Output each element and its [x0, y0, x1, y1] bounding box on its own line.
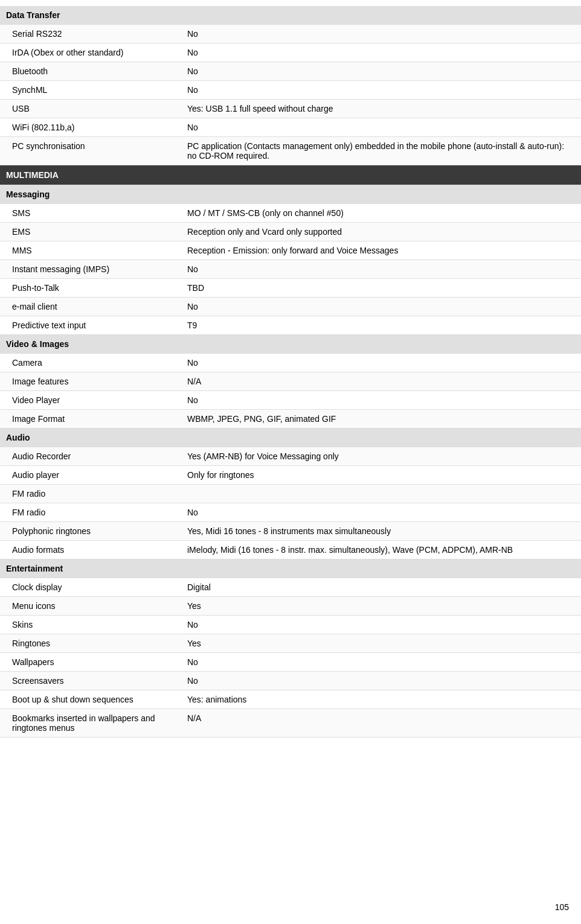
table-row: Audio RecorderYes (AMR-NB) for Voice Mes… [0, 447, 581, 466]
row-value: No [181, 672, 581, 690]
row-label: Ringtones [0, 634, 181, 653]
row-label: Skins [0, 616, 181, 634]
table-row: MMSReception - Emission: only forward an… [0, 241, 581, 260]
row-value: Yes: animations [181, 690, 581, 709]
table-row: SkinsNo [0, 616, 581, 634]
row-value: Yes (AMR-NB) for Voice Messaging only [181, 447, 581, 466]
row-label: Bluetooth [0, 62, 181, 81]
sub-section-header: Video & Images [0, 335, 581, 354]
table-row: ScreensaversNo [0, 672, 581, 690]
row-value: Yes, Midi 16 tones - 8 instruments max s… [181, 522, 581, 541]
row-value: PC application (Contacts management only… [181, 137, 581, 165]
row-label: WiFi (802.11b,a) [0, 118, 181, 137]
table-row: e-mail clientNo [0, 298, 581, 316]
row-label: FM radio [0, 503, 181, 522]
row-label: Image features [0, 372, 181, 391]
row-label: IrDA (Obex or other standard) [0, 43, 181, 62]
table-row: Serial RS232No [0, 25, 581, 43]
row-value: No [181, 118, 581, 137]
table-row: RingtonesYes [0, 634, 581, 653]
row-label: Camera [0, 354, 181, 372]
row-label: MMS [0, 241, 181, 260]
row-label: EMS [0, 223, 181, 241]
row-label: Audio Recorder [0, 447, 181, 466]
table-row: CameraNo [0, 354, 581, 372]
table-row: Image featuresN/A [0, 372, 581, 391]
sub-section-header: Audio [0, 429, 581, 447]
row-value: MO / MT / SMS-CB (only on channel #50) [181, 204, 581, 223]
row-value: T9 [181, 316, 581, 335]
table-row: Instant messaging (IMPS)No [0, 260, 581, 279]
row-label: Audio formats [0, 541, 181, 559]
table-row: Boot up & shut down sequencesYes: animat… [0, 690, 581, 709]
table-row: Polyphonic ringtonesYes, Midi 16 tones -… [0, 522, 581, 541]
row-value: WBMP, JPEG, PNG, GIF, animated GIF [181, 410, 581, 429]
table-row: BluetoothNo [0, 62, 581, 81]
row-value: TBD [181, 279, 581, 298]
row-label: Audio player [0, 466, 181, 485]
row-value: No [181, 25, 581, 43]
row-value: Reception - Emission: only forward and V… [181, 241, 581, 260]
table-row: Menu iconsYes [0, 597, 581, 616]
row-value [181, 485, 581, 503]
table-row: FM radio [0, 485, 581, 503]
row-value: N/A [181, 709, 581, 738]
table-row: Video PlayerNo [0, 391, 581, 410]
row-value: Reception only and Vcard only supported [181, 223, 581, 241]
row-label: Video Player [0, 391, 181, 410]
row-value: No [181, 260, 581, 279]
table-row: PC synchronisationPC application (Contac… [0, 137, 581, 165]
table-row: Predictive text inputT9 [0, 316, 581, 335]
row-label: SynchML [0, 81, 181, 100]
page-number: 105 [555, 902, 569, 912]
row-label: SMS [0, 204, 181, 223]
sub-section-header: Entertainment [0, 559, 581, 578]
row-value: Only for ringtones [181, 466, 581, 485]
row-label: e-mail client [0, 298, 181, 316]
table-row: USBYes: USB 1.1 full speed without charg… [0, 100, 581, 118]
row-label: Instant messaging (IMPS) [0, 260, 181, 279]
row-value: No [181, 43, 581, 62]
row-value: No [181, 354, 581, 372]
row-value: No [181, 81, 581, 100]
specs-table: Data TransferSerial RS232NoIrDA (Obex or… [0, 6, 581, 738]
row-value: No [181, 503, 581, 522]
table-row: WallpapersNo [0, 653, 581, 672]
row-label: Polyphonic ringtones [0, 522, 181, 541]
table-row: Audio playerOnly for ringtones [0, 466, 581, 485]
row-value: N/A [181, 372, 581, 391]
row-label: FM radio [0, 485, 181, 503]
table-row: Image FormatWBMP, JPEG, PNG, GIF, animat… [0, 410, 581, 429]
row-value: Digital [181, 578, 581, 597]
table-row: IrDA (Obex or other standard)No [0, 43, 581, 62]
row-value: Yes [181, 634, 581, 653]
table-row: FM radioNo [0, 503, 581, 522]
row-label: Clock display [0, 578, 181, 597]
row-label: Serial RS232 [0, 25, 181, 43]
row-value: Yes: USB 1.1 full speed without charge [181, 100, 581, 118]
row-label: Predictive text input [0, 316, 181, 335]
row-value: No [181, 298, 581, 316]
table-row: Audio formatsiMelody, Midi (16 tones - 8… [0, 541, 581, 559]
main-section-header: MULTIMEDIA [0, 165, 581, 185]
page-content: Data TransferSerial RS232NoIrDA (Obex or… [0, 0, 581, 774]
table-row: Bookmarks inserted in wallpapers and rin… [0, 709, 581, 738]
row-label: Push-to-Talk [0, 279, 181, 298]
row-value: No [181, 653, 581, 672]
table-row: SynchMLNo [0, 81, 581, 100]
sub-section-header: Data Transfer [0, 6, 581, 25]
row-label: Bookmarks inserted in wallpapers and rin… [0, 709, 181, 738]
row-label: Image Format [0, 410, 181, 429]
row-label: Menu icons [0, 597, 181, 616]
row-value: iMelody, Midi (16 tones - 8 instr. max. … [181, 541, 581, 559]
row-value: No [181, 62, 581, 81]
table-row: SMSMO / MT / SMS-CB (only on channel #50… [0, 204, 581, 223]
table-row: Push-to-TalkTBD [0, 279, 581, 298]
table-row: WiFi (802.11b,a)No [0, 118, 581, 137]
row-value: Yes [181, 597, 581, 616]
row-label: Wallpapers [0, 653, 181, 672]
row-value: No [181, 391, 581, 410]
row-value: No [181, 616, 581, 634]
sub-section-header: Messaging [0, 185, 581, 204]
table-row: Clock displayDigital [0, 578, 581, 597]
